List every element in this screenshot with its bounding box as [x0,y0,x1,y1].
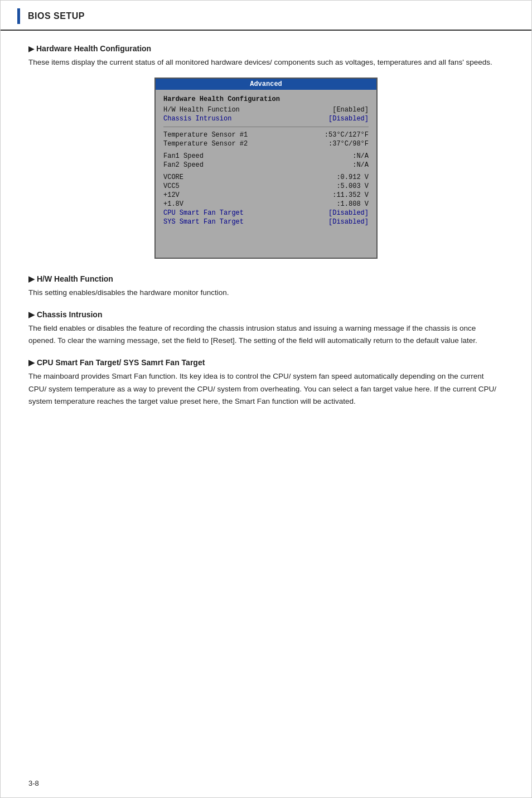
hw-health-function-heading: ▶ H/W Health Function [28,274,504,283]
bios-titlebar: Advanced [156,79,376,90]
bios-chassis-label: Chassis Intrusion [163,115,231,123]
bios-row-hw-health: H/W Health Function [Enabled] [163,105,369,114]
bios-vcc5-label: VCC5 [163,182,180,190]
bios-divider-1 [163,127,369,127]
bios-sys-fan-value: [Disabled] [328,218,369,226]
bios-row-fan2: Fan2 Speed :N/A [163,161,369,170]
hardware-health-desc: These items display the current status o… [28,56,504,69]
bios-vcore-value: :0.912 V [336,173,369,181]
bios-chassis-value: [Disabled] [328,115,369,123]
page-title: BIOS SETUP [28,11,85,21]
chassis-intrusion-section: ▶ Chassis Intrusion The field enables or… [28,310,504,347]
bios-row-temp1: Temperature Sensor #1 :53°C/127°F [163,130,369,139]
bios-fan2-value: :N/A [352,161,369,169]
bios-temp2-label: Temperature Sensor #2 [163,140,248,148]
hardware-health-title: Hardware Health Configuration [36,44,151,53]
bios-fan1-value: :N/A [352,152,369,160]
bios-row-temp2: Temperature Sensor #2 :37°C/98°F [163,139,369,148]
bios-row-fan1: Fan1 Speed :N/A [163,152,369,161]
bios-cpu-fan-value: [Disabled] [328,209,369,217]
bios-body: Hardware Health Configuration H/W Health… [156,90,376,258]
bios-temp1-label: Temperature Sensor #1 [163,131,248,139]
bios-18v-label: +1.8V [163,200,183,208]
bios-row-vcc5: VCC5 :5.003 V [163,182,369,191]
bios-row-sys-fan: SYS Smart Fan Target [Disabled] [163,217,369,226]
bios-row-cpu-fan: CPU Smart Fan Target [Disabled] [163,209,369,217]
bios-cpu-fan-label: CPU Smart Fan Target [163,209,244,217]
bios-vcore-label: VCORE [163,173,183,181]
bios-sys-fan-label: SYS Smart Fan Target [163,218,244,226]
cpu-smart-fan-desc: The mainboard provides Smart Fan functio… [28,370,504,408]
chassis-intrusion-desc: The field enables or disables the featur… [28,322,504,347]
bios-row-chassis: Chassis Intrusion [Disabled] [163,114,369,123]
arrow-icon-3: ▶ [28,310,35,319]
bios-row-12v: +12V :11.352 V [163,191,369,200]
arrow-icon-4: ▶ [28,358,35,367]
header-accent-bar [17,8,20,24]
main-content: ▶ Hardware Health Configuration These it… [1,34,531,424]
chassis-intrusion-title: Chassis Intrusion [37,310,102,319]
arrow-icon-2: ▶ [28,274,35,283]
bios-hw-health-value: [Enabled] [332,106,369,114]
cpu-smart-fan-heading: ▶ CPU Smart Fan Target/ SYS Samrt Fan Ta… [28,358,504,367]
page-header: BIOS SETUP [1,1,531,31]
bios-row-vcore: VCORE :0.912 V [163,173,369,182]
bios-vcc5-value: :5.003 V [336,182,369,190]
hardware-health-heading: ▶ Hardware Health Configuration [28,44,504,53]
bios-hw-health-label: H/W Health Function [163,106,240,114]
bios-section-label: Hardware Health Configuration [163,95,369,103]
bios-temp2-value: :37°C/98°F [328,140,369,148]
bios-screen: Advanced Hardware Health Configuration H… [154,78,378,259]
arrow-icon: ▶ [28,45,34,53]
bios-12v-value: :11.352 V [332,191,369,199]
page-number: 3-8 [28,779,39,787]
bios-bottom-space [163,226,369,249]
bios-fan1-label: Fan1 Speed [163,152,204,160]
hw-health-function-title: H/W Health Function [37,274,113,283]
bios-18v-value: :1.808 V [336,200,369,208]
bios-fan2-label: Fan2 Speed [163,161,204,169]
hw-health-function-desc: This setting enables/disables the hardwa… [28,287,504,299]
cpu-smart-fan-title: CPU Smart Fan Target/ SYS Samrt Fan Targ… [37,358,205,367]
hw-health-function-section: ▶ H/W Health Function This setting enabl… [28,274,504,299]
chassis-intrusion-heading: ▶ Chassis Intrusion [28,310,504,319]
bios-row-18v: +1.8V :1.808 V [163,200,369,209]
bios-temp1-value: :53°C/127°F [325,131,369,139]
cpu-smart-fan-section: ▶ CPU Smart Fan Target/ SYS Samrt Fan Ta… [28,358,504,408]
bios-12v-label: +12V [163,191,180,199]
